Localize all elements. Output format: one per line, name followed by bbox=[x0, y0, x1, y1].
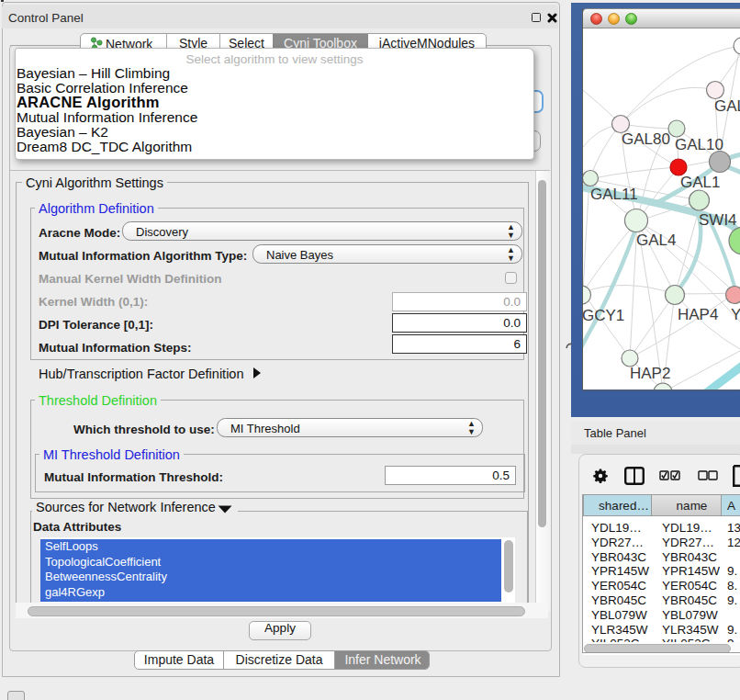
svg-text:GAL1: GAL1 bbox=[680, 174, 720, 191]
svg-text:SWI4: SWI4 bbox=[699, 211, 737, 229]
svg-text:GCY1: GCY1 bbox=[583, 307, 624, 324]
svg-text:GAL11: GAL11 bbox=[590, 186, 638, 203]
svg-text:HAP2: HAP2 bbox=[630, 365, 670, 382]
svg-text:HAP4: HAP4 bbox=[678, 306, 718, 323]
svg-text:GAL2: GAL2 bbox=[714, 97, 740, 115]
svg-text:YJ: YJ bbox=[731, 306, 740, 323]
svg-text:GAL4: GAL4 bbox=[636, 231, 676, 249]
svg-text:GAL10: GAL10 bbox=[675, 136, 723, 153]
svg-text:GAL80: GAL80 bbox=[622, 130, 670, 148]
